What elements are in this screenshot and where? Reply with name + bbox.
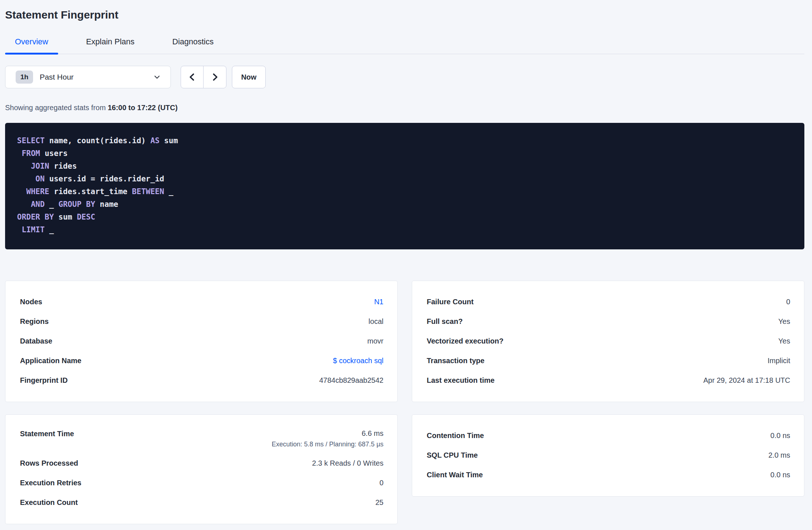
stat-row: Fingerprint ID4784cb829aab2542 bbox=[20, 370, 383, 390]
stat-value-wrap: Implicit bbox=[768, 357, 790, 365]
stat-value: 2.0 ms bbox=[768, 451, 790, 459]
aggregated-stats-line: Showing aggregated stats from 16:00 to 1… bbox=[5, 104, 804, 112]
stat-value-wrap: 0.0 ns bbox=[771, 431, 790, 440]
stat-row: NodesN1 bbox=[20, 292, 383, 312]
statement-time-card: Statement Time6.6 msExecution: 5.8 ms / … bbox=[5, 414, 398, 524]
stat-value: local bbox=[369, 317, 383, 326]
sql-line: ON users.id = rides.rider_id bbox=[17, 173, 793, 185]
stat-label: Last execution time bbox=[427, 376, 495, 385]
sql-line: JOIN rides bbox=[17, 160, 793, 173]
tab-diagnostics[interactable]: Diagnostics bbox=[162, 30, 224, 54]
stat-value-wrap: 6.6 msExecution: 5.8 ms / Planning: 687.… bbox=[272, 429, 383, 448]
stat-label: Rows Processed bbox=[20, 459, 78, 467]
stat-label: Execution Retries bbox=[20, 479, 81, 487]
stat-value-link[interactable]: N1 bbox=[374, 298, 383, 306]
stat-value: 2.3 k Reads / 0 Writes bbox=[312, 459, 383, 467]
stat-row: Databasemovr bbox=[20, 331, 383, 351]
stat-value: Implicit bbox=[768, 357, 790, 365]
stat-value: 0 bbox=[786, 298, 790, 306]
tab-bar: OverviewExplain PlansDiagnostics bbox=[5, 30, 804, 54]
stat-label: Nodes bbox=[20, 298, 42, 306]
stat-row: Statement Time6.6 msExecution: 5.8 ms / … bbox=[20, 426, 383, 453]
stat-label: Vectorized execution? bbox=[427, 337, 503, 345]
stat-label: Database bbox=[20, 337, 52, 345]
sql-line: FROM users bbox=[17, 147, 793, 160]
stat-row: Full scan?Yes bbox=[427, 312, 790, 331]
stat-value: 0.0 ns bbox=[771, 431, 790, 440]
stat-row: Application Name$ cockroach sql bbox=[20, 351, 383, 370]
stat-value: Yes bbox=[778, 317, 790, 326]
chevron-down-icon bbox=[153, 73, 161, 81]
stat-value: 0 bbox=[379, 479, 383, 487]
stat-value: 6.6 ms bbox=[272, 429, 383, 438]
stat-row: Transaction typeImplicit bbox=[427, 351, 790, 370]
stat-label: Regions bbox=[20, 317, 49, 326]
stat-value-wrap: movr bbox=[367, 337, 383, 345]
overview-cards-row: NodesN1RegionslocalDatabasemovrApplicati… bbox=[5, 281, 804, 402]
aggregated-stats-range: 16:00 to 17:22 (UTC) bbox=[108, 104, 177, 112]
stat-value-wrap: Yes bbox=[778, 317, 790, 326]
next-interval-button[interactable] bbox=[204, 66, 226, 88]
stat-value-wrap: 25 bbox=[375, 498, 383, 507]
stat-value: 0.0 ns bbox=[771, 471, 790, 479]
stat-value-wrap: 2.0 ms bbox=[768, 451, 790, 459]
sql-line: SELECT name, count(rides.id) AS sum bbox=[17, 134, 793, 147]
stat-label: Contention Time bbox=[427, 431, 484, 440]
stat-label: Client Wait Time bbox=[427, 471, 483, 479]
previous-interval-button[interactable] bbox=[181, 66, 204, 88]
time-range-dropdown[interactable]: 1h Past Hour bbox=[5, 66, 171, 88]
stat-value: Apr 29, 2024 at 17:18 UTC bbox=[703, 376, 790, 385]
sql-line: ORDER BY sum DESC bbox=[17, 211, 793, 224]
aggregated-stats-prefix: Showing aggregated stats from bbox=[5, 104, 108, 112]
stat-row: Failure Count0 bbox=[427, 292, 790, 312]
stat-label: Fingerprint ID bbox=[20, 376, 68, 385]
sql-line: AND _ GROUP BY name bbox=[17, 198, 793, 211]
chevron-right-icon bbox=[210, 72, 220, 82]
stat-label: Transaction type bbox=[427, 357, 485, 365]
now-button[interactable]: Now bbox=[232, 66, 266, 88]
stat-value-wrap: 0 bbox=[379, 479, 383, 487]
stat-value-wrap: 0.0 ns bbox=[771, 471, 790, 479]
stat-label: Application Name bbox=[20, 357, 81, 365]
stat-row: Client Wait Time0.0 ns bbox=[427, 465, 790, 485]
sql-statement-box: SELECT name, count(rides.id) AS sum FROM… bbox=[5, 123, 804, 249]
page-title: Statement Fingerprint bbox=[5, 9, 804, 21]
stat-label: SQL CPU Time bbox=[427, 451, 478, 459]
statement-fingerprint-page: Statement Fingerprint OverviewExplain Pl… bbox=[0, 0, 812, 524]
stat-value-link[interactable]: $ cockroach sql bbox=[333, 357, 383, 365]
stat-row: Rows Processed2.3 k Reads / 0 Writes bbox=[20, 453, 383, 473]
stat-value-wrap: Yes bbox=[778, 337, 790, 345]
time-range-label: Past Hour bbox=[40, 73, 153, 81]
wait-time-card: Contention Time0.0 nsSQL CPU Time2.0 msC… bbox=[412, 414, 804, 497]
stat-label: Full scan? bbox=[427, 317, 463, 326]
tab-overview[interactable]: Overview bbox=[5, 30, 58, 54]
stat-label: Statement Time bbox=[20, 429, 74, 438]
stat-value: Yes bbox=[778, 337, 790, 345]
time-pager bbox=[181, 66, 226, 88]
stat-value-wrap: 0 bbox=[786, 298, 790, 306]
stat-label: Execution Count bbox=[20, 498, 78, 507]
stat-value-wrap: 4784cb829aab2542 bbox=[319, 376, 383, 385]
stat-value-wrap: local bbox=[369, 317, 383, 326]
stat-value-wrap: $ cockroach sql bbox=[333, 357, 383, 365]
chevron-left-icon bbox=[188, 72, 197, 82]
stat-value-wrap: Apr 29, 2024 at 17:18 UTC bbox=[703, 376, 790, 385]
stat-value-wrap: N1 bbox=[374, 298, 383, 306]
stat-value: movr bbox=[367, 337, 383, 345]
stat-subvalue: Execution: 5.8 ms / Planning: 687.5 µs bbox=[272, 441, 383, 448]
stat-row: SQL CPU Time2.0 ms bbox=[427, 445, 790, 465]
stat-label: Failure Count bbox=[427, 298, 474, 306]
time-controls: 1h Past Hour bbox=[5, 66, 804, 88]
stat-value: 25 bbox=[375, 498, 383, 507]
stat-row: Execution Retries0 bbox=[20, 473, 383, 493]
time-range-badge: 1h bbox=[16, 71, 33, 84]
performance-cards-row: Statement Time6.6 msExecution: 5.8 ms / … bbox=[5, 414, 804, 524]
stat-row: Execution Count25 bbox=[20, 493, 383, 512]
tab-explain-plans[interactable]: Explain Plans bbox=[76, 30, 144, 54]
stat-row: Regionslocal bbox=[20, 312, 383, 331]
stat-row: Contention Time0.0 ns bbox=[427, 426, 790, 445]
stat-value: 4784cb829aab2542 bbox=[319, 376, 383, 385]
sql-line: LIMIT _ bbox=[17, 224, 793, 236]
stat-value-wrap: 2.3 k Reads / 0 Writes bbox=[312, 459, 383, 467]
execution-attributes-card: Failure Count0Full scan?YesVectorized ex… bbox=[412, 281, 804, 402]
